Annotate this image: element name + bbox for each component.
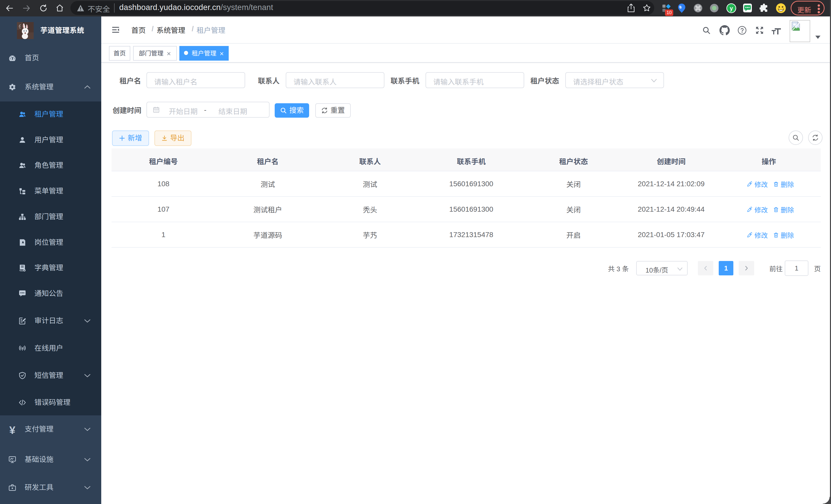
svg-text:y: y: [730, 5, 733, 11]
